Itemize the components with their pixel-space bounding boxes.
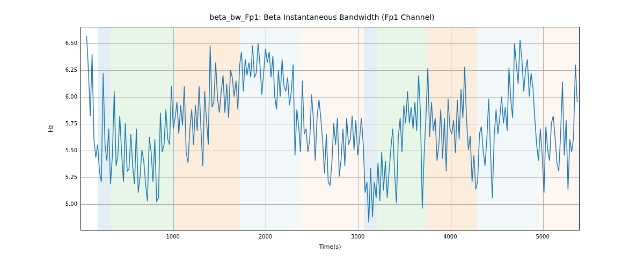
x-axis-label: Time(s)	[319, 243, 341, 250]
y-tick-label: 5.25	[59, 174, 77, 180]
y-tick-label: 6.50	[59, 40, 77, 46]
y-tick-label: 5.00	[59, 201, 77, 207]
y-tick-label: 6.00	[59, 94, 77, 100]
chart-title: beta_bw_Fp1: Beta Instantaneous Bandwidt…	[0, 13, 644, 21]
y-tick-label: 5.50	[59, 147, 77, 153]
y-axis-label: Hz	[47, 125, 54, 132]
x-tick-label: 4000	[443, 234, 457, 240]
chart-figure: beta_bw_Fp1: Beta Instantaneous Bandwidt…	[0, 0, 644, 268]
y-tick-label: 5.75	[59, 121, 77, 126]
x-tick-label: 3000	[351, 234, 364, 240]
x-tick-label: 5000	[536, 234, 549, 240]
y-tick-label: 6.25	[59, 67, 77, 73]
x-tick-label: 1000	[166, 234, 179, 240]
line-series	[86, 36, 577, 222]
x-tick-label: 2000	[259, 234, 272, 240]
line-series-layer	[81, 27, 579, 230]
chart-axes	[80, 27, 580, 230]
